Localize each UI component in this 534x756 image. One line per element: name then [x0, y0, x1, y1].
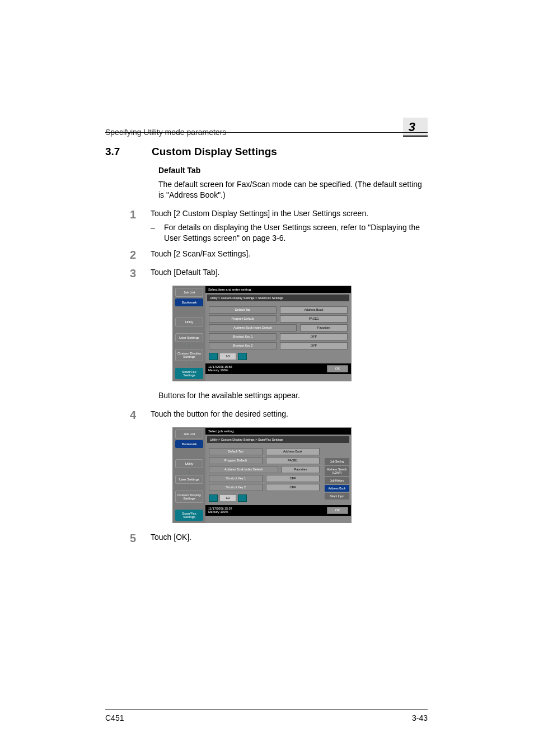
- chevron-down-icon: ↓: [173, 505, 205, 508]
- option-direct-input[interactable]: Direct Input: [325, 493, 349, 500]
- option-job-history[interactable]: Job History: [325, 477, 349, 484]
- section-title: Custom Display Settings: [152, 146, 277, 158]
- setting-label-button[interactable]: Shortcut Key 2: [209, 484, 263, 491]
- tab-bookmark[interactable]: Bookmark: [175, 298, 203, 306]
- screenshot-message: Select item and enter setting.: [205, 286, 351, 293]
- page-down-button[interactable]: [238, 494, 247, 502]
- tab-user-settings[interactable]: User Settings: [175, 333, 203, 342]
- tab-job-list[interactable]: Job List: [175, 288, 203, 297]
- step-text: Touch the button for the desired setting…: [151, 409, 428, 422]
- tab-utility[interactable]: Utility: [175, 318, 203, 326]
- setting-label-button[interactable]: Shortcut Key 1: [209, 475, 263, 482]
- setting-value: PAGE1: [266, 457, 320, 464]
- step-text: Touch [2 Scan/Fax Settings].: [151, 249, 428, 262]
- option-job-setting[interactable]: Job Setting: [325, 458, 349, 465]
- sub-step-dash: –: [151, 222, 156, 244]
- intro-paragraph: The default screen for Fax/Scan mode can…: [158, 179, 428, 200]
- setting-label-button[interactable]: Shortcut Key 2: [209, 342, 277, 349]
- memory-status: Memory 100%: [208, 510, 232, 514]
- setting-label-button[interactable]: Address Book Index Default: [209, 324, 297, 332]
- sub-step-text: For details on displaying the User Setti…: [164, 222, 428, 244]
- step-text: Touch [Default Tab].: [151, 267, 428, 280]
- setting-label-button[interactable]: Program Default: [209, 315, 277, 323]
- tab-scan-fax[interactable]: Scan/Fax Settings: [175, 368, 203, 379]
- setting-label-button[interactable]: Default Tab: [209, 306, 277, 314]
- setting-value: OFF: [266, 484, 320, 491]
- footer-page-number: 3-43: [412, 713, 428, 722]
- setting-value: Favorites: [300, 324, 348, 332]
- chevron-down-icon: ↓: [173, 363, 205, 366]
- paragraph: Buttons for the available settings appea…: [158, 390, 428, 401]
- tab-custom-display[interactable]: Custom Display Settings: [175, 491, 203, 503]
- step-text: Touch [OK].: [151, 532, 428, 545]
- chevron-down-icon: ↓: [173, 344, 205, 347]
- ok-button[interactable]: OK: [327, 365, 348, 372]
- chevron-down-icon: ↓: [173, 328, 205, 332]
- screenshot-2: Job List Bookmark Utility ↓ User Setting…: [172, 427, 352, 523]
- memory-status: Memory 100%: [208, 368, 232, 372]
- setting-value: Address Book: [266, 448, 320, 455]
- setting-label-button[interactable]: Address Book Index Default: [209, 466, 278, 473]
- subheading: Default Tab: [158, 166, 428, 175]
- setting-label-button[interactable]: Program Default: [209, 457, 263, 464]
- setting-value: Favorites: [282, 466, 320, 473]
- setting-value: OFF: [266, 475, 320, 482]
- screenshot-1: Job List Bookmark Utility ↓ User Setting…: [172, 286, 352, 381]
- option-address-book[interactable]: Address Book: [325, 485, 349, 492]
- breadcrumb: Utility > Custom Display Settings > Scan…: [207, 295, 349, 301]
- screenshot-message: Select job setting.: [205, 428, 351, 435]
- tab-bookmark[interactable]: Bookmark: [175, 440, 203, 448]
- step-number: 1: [105, 208, 136, 244]
- header-rule: [105, 132, 428, 133]
- step-text: Touch [2 Custom Display Settings] in the…: [151, 209, 368, 218]
- ok-button[interactable]: OK: [327, 507, 348, 514]
- step-number: 4: [105, 409, 136, 422]
- tab-job-list[interactable]: Job List: [175, 430, 203, 438]
- breadcrumb: Utility > Custom Display Settings > Scan…: [207, 436, 349, 443]
- setting-value: PAGE1: [280, 315, 348, 323]
- chevron-down-icon: ↓: [173, 470, 205, 473]
- step-number: 2: [105, 249, 136, 262]
- step-number: 5: [105, 532, 136, 545]
- screenshot-sidebar: Job List Bookmark Utility ↓ User Setting…: [173, 286, 205, 381]
- tab-utility[interactable]: Utility: [175, 459, 203, 468]
- option-address-search[interactable]: Address Search (LDAP): [325, 466, 349, 476]
- screenshot-right-panel: Job Setting Address Search (LDAP) Job Hi…: [323, 445, 351, 505]
- page-up-button[interactable]: [209, 353, 218, 360]
- step-number: 3: [105, 267, 136, 280]
- setting-label-button[interactable]: Shortcut Key 1: [209, 333, 277, 340]
- page-up-button[interactable]: [209, 494, 218, 502]
- footer-model: C451: [105, 713, 124, 722]
- section-number: 3.7: [105, 146, 136, 158]
- setting-value: Address Book: [280, 306, 348, 314]
- setting-value: OFF: [280, 333, 348, 340]
- tab-scan-fax[interactable]: Scan/Fax Settings: [175, 510, 203, 521]
- screenshot-sidebar: Job List Bookmark Utility ↓ User Setting…: [173, 428, 205, 522]
- page-indicator: 1/2: [220, 353, 236, 360]
- setting-label-button[interactable]: Default Tab: [209, 448, 263, 455]
- tab-custom-display[interactable]: Custom Display Settings: [175, 349, 203, 361]
- tab-user-settings[interactable]: User Settings: [175, 475, 203, 484]
- page-indicator: 1/2: [220, 495, 236, 501]
- chapter-number-badge: 3: [403, 118, 428, 137]
- page-down-button[interactable]: [238, 353, 247, 360]
- chevron-down-icon: ↓: [173, 486, 205, 489]
- setting-value: OFF: [280, 342, 348, 349]
